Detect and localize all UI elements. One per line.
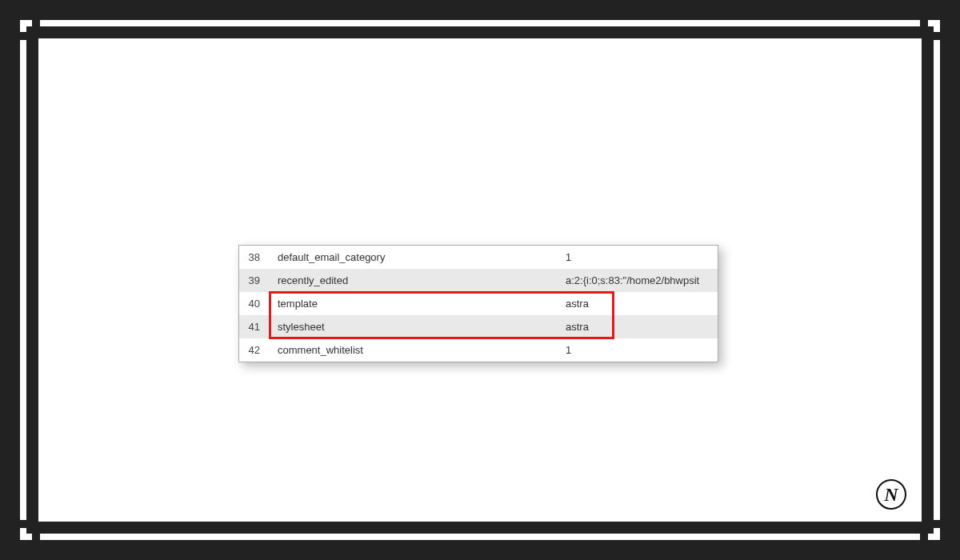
table-row[interactable]: 40templateastra bbox=[239, 292, 718, 315]
table-row[interactable]: 38default_email_category1 bbox=[239, 246, 718, 269]
frame-bar bbox=[934, 20, 940, 32]
option-value-cell: astra bbox=[559, 292, 718, 315]
main-canvas: 38default_email_category139recently_edit… bbox=[38, 38, 922, 522]
db-table: 38default_email_category139recently_edit… bbox=[238, 245, 718, 362]
logo-icon: N bbox=[875, 478, 907, 510]
row-index: 39 bbox=[239, 269, 271, 292]
row-index: 41 bbox=[239, 315, 271, 338]
option-name-cell: template bbox=[271, 292, 559, 315]
option-name-cell: default_email_category bbox=[271, 246, 559, 269]
frame-bar bbox=[40, 534, 920, 540]
frame-bar bbox=[20, 40, 26, 520]
table-row[interactable]: 41stylesheetastra bbox=[239, 315, 718, 338]
option-value-cell: 1 bbox=[559, 246, 718, 269]
option-value-cell: a:2:{i:0;s:83:"/home2/bhwpsit bbox=[559, 269, 718, 292]
option-name-cell: recently_edited bbox=[271, 269, 559, 292]
table-row[interactable]: 39recently_editeda:2:{i:0;s:83:"/home2/b… bbox=[239, 269, 718, 292]
frame-bar bbox=[934, 40, 940, 520]
frame-bar bbox=[40, 20, 920, 26]
table-row[interactable]: 42comment_whitelist1 bbox=[239, 338, 718, 362]
frame-bar bbox=[934, 528, 940, 540]
row-index: 42 bbox=[239, 338, 271, 362]
option-value-cell: astra bbox=[559, 315, 718, 338]
option-value-cell: 1 bbox=[559, 338, 718, 362]
row-index: 38 bbox=[239, 246, 271, 269]
option-name-cell: comment_whitelist bbox=[271, 338, 559, 362]
row-index: 40 bbox=[239, 292, 271, 315]
option-name-cell: stylesheet bbox=[271, 315, 559, 338]
frame-bar bbox=[20, 528, 26, 540]
svg-text:N: N bbox=[883, 484, 899, 505]
frame-bar bbox=[20, 20, 26, 32]
